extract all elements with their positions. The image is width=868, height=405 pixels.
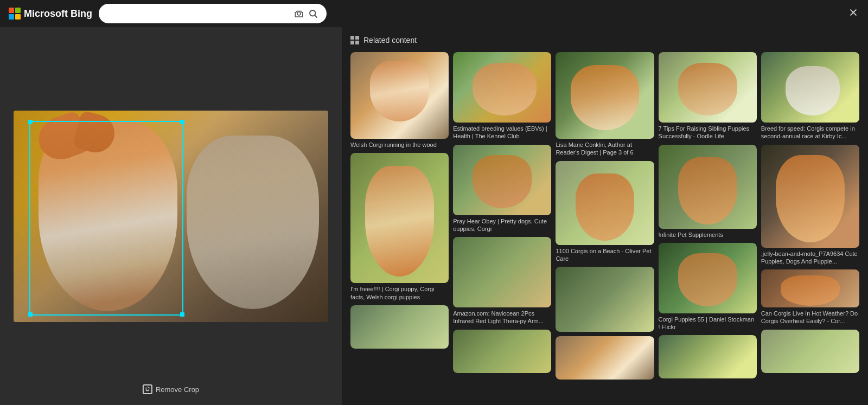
search-button[interactable] [306,7,320,21]
grid-item-4[interactable]: 7 Tips For Raising Sibling Puppies Succe… [659,52,757,140]
grid-item-8-caption: 1100 Corgis on a Beach - Oliver Pet Care [556,247,654,263]
grid-item-7[interactable]: Pray Hear Obey | Pretty dogs, Cute puppi… [453,145,551,233]
grid-sq-2 [355,36,359,40]
image-container [14,111,328,322]
grid-item-5-caption: Breed for speed: Corgis compete in secon… [761,125,859,140]
header: Microsoft Bing [0,0,868,27]
bing-logo-icon [9,8,21,20]
grid-item-9-caption: Infinite Pet Supplements [659,231,757,239]
related-content-header: Related content [350,36,859,44]
grid-item-15-caption: Can Corgis Live In Hot Weather? Do Corgi… [761,310,859,325]
grid-item-extra2[interactable] [761,330,859,373]
grid-item-12-caption: Amazon.com: Naviocean 2Pcs Infrared Red … [453,310,551,325]
grid-item-9[interactable]: Infinite Pet Supplements [659,145,757,239]
visual-search-button[interactable] [292,7,306,21]
grid-item-13[interactable] [556,267,654,332]
left-panel: Remove Crop [0,27,342,405]
grid-icon [350,36,359,44]
logo-sq-green [15,8,21,13]
grid-item-5[interactable]: Breed for speed: Corgis compete in secon… [761,52,859,140]
bing-logo: Microsoft Bing [9,8,92,20]
grid-item-16[interactable] [453,330,551,373]
grid-item-15[interactable]: Can Corgis Live In Hot Weather? Do Corgi… [761,269,859,325]
grid-item-2[interactable]: Estimated breeding values (EBVs) | Healt… [453,52,551,140]
grid-item-extra1[interactable] [659,335,757,378]
grid-sq-3 [350,41,354,44]
svg-point-1 [310,10,316,16]
logo-sq-blue [9,14,14,20]
grid-item-1-caption: Welsh Corgi running in the wood [350,141,449,149]
grid-item-7-caption: Pray Hear Obey | Pretty dogs, Cute puppi… [453,217,551,233]
bing-logo-text: Microsoft Bing [24,8,92,20]
right-panel[interactable]: Related content Welsh Corgi running in t… [342,27,868,405]
grid-item-1[interactable]: Welsh Corgi running in the wood [350,52,449,149]
search-input[interactable] [105,9,292,18]
related-content-label: Related content [363,36,417,44]
grid-sq-1 [350,36,354,40]
grid-item-17[interactable] [556,336,654,380]
remove-crop-button[interactable]: Remove Crop [143,384,199,394]
grid-item-12[interactable]: Amazon.com: Naviocean 2Pcs Infrared Red … [453,237,551,325]
svg-point-0 [297,12,301,15]
grid-sq-4 [355,41,359,44]
grid-item-6-caption: I'm freee!!!! | Corgi puppy, Corgi facts… [350,285,449,301]
search-bar [99,4,327,23]
grid-item-4-caption: 7 Tips For Raising Sibling Puppies Succe… [659,125,757,140]
crop-icon [143,384,152,394]
grid-item-8[interactable]: 1100 Corgis on a Beach - Oliver Pet Care [556,161,654,263]
grid-item-3[interactable]: Lisa Marie Conklin, Author at Reader's D… [556,52,654,157]
svg-line-2 [315,15,317,17]
main-search-image [14,111,328,322]
grid-item-14-caption: Corgi Puppies 55 | Daniel Stockman | Fli… [659,316,757,331]
grid-item-10-caption: ;jelly-bean-and-moto_P7A9634 Cute Puppie… [761,250,859,266]
grid-item-10[interactable]: ;jelly-bean-and-moto_P7A9634 Cute Puppie… [761,145,859,266]
main-content: Remove Crop Related content Welsh Corgi [0,27,868,405]
grid-item-6[interactable]: I'm freee!!!! | Corgi puppy, Corgi facts… [350,153,449,301]
grid-item-14[interactable]: Corgi Puppies 55 | Daniel Stockman | Fli… [659,243,757,331]
grid-item-11[interactable] [350,305,449,349]
image-grid: Welsh Corgi running in the wood I'm free… [350,52,859,380]
grid-item-2-caption: Estimated breeding values (EBVs) | Healt… [453,125,551,140]
close-button[interactable] [847,7,859,21]
logo-sq-red [9,8,14,13]
logo-sq-yellow [15,14,21,20]
remove-crop-label: Remove Crop [156,385,199,394]
grid-item-3-caption: Lisa Marie Conklin, Author at Reader's D… [556,141,654,157]
